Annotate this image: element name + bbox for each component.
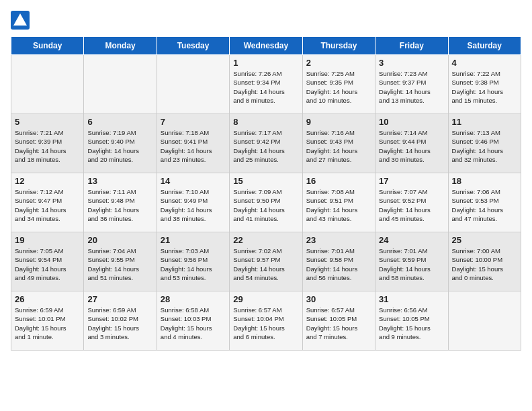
day-number: 1 (233, 58, 298, 68)
day-info: Sunrise: 7:11 AM Sunset: 9:48 PM Dayligh… (87, 187, 152, 223)
day-number: 31 (379, 294, 444, 304)
calendar-cell: 5Sunrise: 7:21 AM Sunset: 9:39 PM Daylig… (11, 114, 84, 173)
calendar-cell: 31Sunrise: 6:56 AM Sunset: 10:05 PM Dayl… (375, 291, 448, 351)
day-number: 23 (306, 235, 371, 245)
calendar-cell: 16Sunrise: 7:08 AM Sunset: 9:51 PM Dayli… (302, 173, 375, 232)
calendar-cell: 3Sunrise: 7:23 AM Sunset: 9:37 PM Daylig… (375, 55, 448, 114)
day-info: Sunrise: 7:10 AM Sunset: 9:49 PM Dayligh… (161, 187, 226, 223)
day-number: 18 (452, 176, 517, 186)
day-info: Sunrise: 7:21 AM Sunset: 9:39 PM Dayligh… (15, 128, 80, 164)
day-info: Sunrise: 7:09 AM Sunset: 9:50 PM Dayligh… (233, 187, 298, 223)
calendar-cell: 22Sunrise: 7:02 AM Sunset: 9:57 PM Dayli… (230, 232, 302, 291)
page-header (11, 11, 521, 30)
weekday-header-thursday: Thursday (302, 37, 375, 55)
calendar-cell: 10Sunrise: 7:14 AM Sunset: 9:44 PM Dayli… (375, 114, 448, 173)
day-info: Sunrise: 7:19 AM Sunset: 9:40 PM Dayligh… (87, 128, 152, 164)
day-number: 17 (379, 176, 444, 186)
day-number: 21 (161, 235, 226, 245)
day-number: 25 (452, 235, 517, 245)
calendar-cell: 19Sunrise: 7:05 AM Sunset: 9:54 PM Dayli… (11, 232, 84, 291)
calendar-cell: 1Sunrise: 7:26 AM Sunset: 9:34 PM Daylig… (230, 55, 302, 114)
calendar-cell: 21Sunrise: 7:03 AM Sunset: 9:56 PM Dayli… (157, 232, 229, 291)
day-info: Sunrise: 6:59 AM Sunset: 10:02 PM Daylig… (87, 306, 152, 341)
day-number: 20 (87, 235, 152, 245)
day-info: Sunrise: 6:58 AM Sunset: 10:03 PM Daylig… (161, 306, 226, 341)
calendar-cell: 24Sunrise: 7:01 AM Sunset: 9:59 PM Dayli… (375, 232, 448, 291)
day-number: 3 (379, 58, 444, 68)
day-number: 12 (15, 176, 80, 186)
day-number: 8 (233, 117, 298, 127)
day-number: 27 (87, 294, 152, 304)
day-info: Sunrise: 6:57 AM Sunset: 10:04 PM Daylig… (233, 306, 298, 341)
day-info: Sunrise: 7:01 AM Sunset: 9:59 PM Dayligh… (379, 246, 444, 282)
day-info: Sunrise: 7:17 AM Sunset: 9:42 PM Dayligh… (233, 128, 298, 164)
day-number: 5 (15, 117, 80, 127)
day-info: Sunrise: 7:16 AM Sunset: 9:43 PM Dayligh… (306, 128, 371, 164)
day-info: Sunrise: 7:23 AM Sunset: 9:37 PM Dayligh… (379, 69, 444, 105)
weekday-header-saturday: Saturday (448, 37, 521, 55)
calendar-cell: 18Sunrise: 7:06 AM Sunset: 9:53 PM Dayli… (448, 173, 521, 232)
calendar-cell (157, 55, 229, 114)
calendar-cell: 15Sunrise: 7:09 AM Sunset: 9:50 PM Dayli… (230, 173, 302, 232)
day-number: 11 (452, 117, 517, 127)
weekday-header-monday: Monday (84, 37, 157, 55)
day-number: 6 (87, 117, 152, 127)
day-number: 24 (379, 235, 444, 245)
calendar-cell: 11Sunrise: 7:13 AM Sunset: 9:46 PM Dayli… (448, 114, 521, 173)
day-info: Sunrise: 7:05 AM Sunset: 9:54 PM Dayligh… (15, 246, 80, 282)
day-info: Sunrise: 6:56 AM Sunset: 10:05 PM Daylig… (379, 306, 444, 341)
day-info: Sunrise: 7:04 AM Sunset: 9:55 PM Dayligh… (87, 246, 152, 282)
weekday-header-wednesday: Wednesday (230, 37, 302, 55)
calendar-cell: 20Sunrise: 7:04 AM Sunset: 9:55 PM Dayli… (84, 232, 157, 291)
calendar-cell (84, 55, 157, 114)
day-number: 29 (233, 294, 298, 304)
calendar-cell: 2Sunrise: 7:25 AM Sunset: 9:35 PM Daylig… (302, 55, 375, 114)
calendar-cell: 13Sunrise: 7:11 AM Sunset: 9:48 PM Dayli… (84, 173, 157, 232)
day-info: Sunrise: 7:26 AM Sunset: 9:34 PM Dayligh… (233, 69, 298, 105)
day-number: 9 (306, 117, 371, 127)
day-number: 28 (161, 294, 226, 304)
day-number: 10 (379, 117, 444, 127)
logo-icon (11, 11, 30, 30)
day-info: Sunrise: 7:00 AM Sunset: 10:00 PM Daylig… (452, 246, 517, 282)
day-number: 7 (161, 117, 226, 127)
weekday-header-sunday: Sunday (11, 37, 84, 55)
day-number: 13 (87, 176, 152, 186)
day-number: 2 (306, 58, 371, 68)
day-number: 22 (233, 235, 298, 245)
day-number: 26 (15, 294, 80, 304)
day-info: Sunrise: 7:08 AM Sunset: 9:51 PM Dayligh… (306, 187, 371, 223)
day-info: Sunrise: 7:07 AM Sunset: 9:52 PM Dayligh… (379, 187, 444, 223)
day-number: 16 (306, 176, 371, 186)
day-info: Sunrise: 7:03 AM Sunset: 9:56 PM Dayligh… (161, 246, 226, 282)
calendar-cell: 29Sunrise: 6:57 AM Sunset: 10:04 PM Dayl… (230, 291, 302, 351)
day-number: 15 (233, 176, 298, 186)
calendar-cell: 27Sunrise: 6:59 AM Sunset: 10:02 PM Dayl… (84, 291, 157, 351)
day-info: Sunrise: 7:12 AM Sunset: 9:47 PM Dayligh… (15, 187, 80, 223)
day-info: Sunrise: 6:59 AM Sunset: 10:01 PM Daylig… (15, 306, 80, 341)
day-number: 4 (452, 58, 517, 68)
day-number: 30 (306, 294, 371, 304)
calendar-cell (448, 291, 521, 351)
day-number: 19 (15, 235, 80, 245)
calendar-table: SundayMondayTuesdayWednesdayThursdayFrid… (11, 36, 521, 351)
calendar-cell: 17Sunrise: 7:07 AM Sunset: 9:52 PM Dayli… (375, 173, 448, 232)
day-info: Sunrise: 7:02 AM Sunset: 9:57 PM Dayligh… (233, 246, 298, 282)
calendar-cell: 8Sunrise: 7:17 AM Sunset: 9:42 PM Daylig… (230, 114, 302, 173)
calendar-cell: 4Sunrise: 7:22 AM Sunset: 9:38 PM Daylig… (448, 55, 521, 114)
calendar-cell: 28Sunrise: 6:58 AM Sunset: 10:03 PM Dayl… (157, 291, 229, 351)
calendar-cell: 7Sunrise: 7:18 AM Sunset: 9:41 PM Daylig… (157, 114, 229, 173)
day-info: Sunrise: 6:57 AM Sunset: 10:05 PM Daylig… (306, 306, 371, 341)
day-number: 14 (161, 176, 226, 186)
day-info: Sunrise: 7:22 AM Sunset: 9:38 PM Dayligh… (452, 69, 517, 105)
weekday-header-friday: Friday (375, 37, 448, 55)
day-info: Sunrise: 7:25 AM Sunset: 9:35 PM Dayligh… (306, 69, 371, 105)
calendar-cell (11, 55, 84, 114)
calendar-cell: 26Sunrise: 6:59 AM Sunset: 10:01 PM Dayl… (11, 291, 84, 351)
weekday-header-tuesday: Tuesday (157, 37, 229, 55)
day-info: Sunrise: 7:13 AM Sunset: 9:46 PM Dayligh… (452, 128, 517, 164)
day-info: Sunrise: 7:06 AM Sunset: 9:53 PM Dayligh… (452, 187, 517, 223)
day-info: Sunrise: 7:14 AM Sunset: 9:44 PM Dayligh… (379, 128, 444, 164)
day-info: Sunrise: 7:18 AM Sunset: 9:41 PM Dayligh… (161, 128, 226, 164)
calendar-cell: 30Sunrise: 6:57 AM Sunset: 10:05 PM Dayl… (302, 291, 375, 351)
